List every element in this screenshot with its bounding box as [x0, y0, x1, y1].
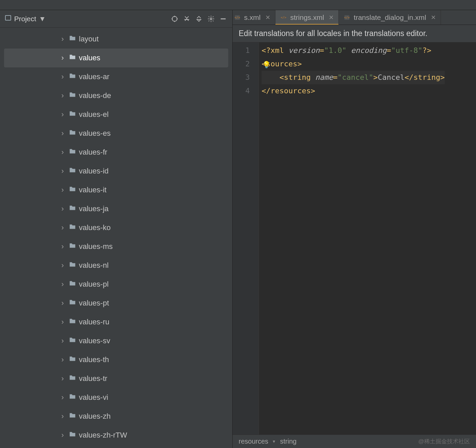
tree-folder-values-fr[interactable]: ›values-fr: [4, 143, 228, 162]
folder-icon: [69, 223, 76, 232]
top-navigation-bar: [0, 0, 476, 10]
string-text: Cancel: [378, 73, 404, 82]
tree-folder-values-de[interactable]: ›values-de: [4, 86, 228, 105]
folder-icon: [69, 34, 76, 44]
chevron-right-icon: ›: [61, 129, 66, 138]
close-tab-icon[interactable]: ✕: [431, 14, 436, 21]
project-scope-dropdown-icon[interactable]: ▼: [39, 15, 46, 23]
tree-folder-values-el[interactable]: ›values-el: [4, 105, 228, 124]
folder-icon: [69, 110, 76, 119]
folder-icon: [69, 185, 76, 195]
banner-text: Edit translations for all locales in the…: [239, 29, 427, 38]
xml-pi-encoding-val: "utf-8": [391, 46, 422, 55]
tree-folder-values-ko[interactable]: ›values-ko: [4, 218, 228, 237]
folder-icon: [69, 412, 76, 421]
folder-icon: [69, 355, 76, 364]
breadcrumb-item[interactable]: resources: [239, 438, 268, 445]
tree-folder-values-pl[interactable]: ›values-pl: [4, 275, 228, 294]
folder-icon: [69, 374, 76, 383]
folder-icon: [69, 91, 76, 100]
folder-icon: [69, 129, 76, 138]
tab-label: strings.xml: [290, 13, 324, 22]
editor-breadcrumb-bar: resources ▸ string @稀土掘金技术社区: [233, 435, 476, 448]
tree-folder-values-es[interactable]: ›values-es: [4, 124, 228, 143]
chevron-right-icon: ›: [61, 35, 66, 43]
line-number: 4: [233, 84, 250, 98]
tree-folder-layout[interactable]: ›layout: [4, 30, 228, 49]
folder-icon: [69, 317, 76, 327]
editor-tab[interactable]: </>translate_dialog_in.xml✕: [339, 10, 441, 25]
tree-folder-values-pt[interactable]: ›values-pt: [4, 294, 228, 313]
chevron-right-icon: ›: [61, 299, 66, 308]
tree-folder-values-ja[interactable]: ›values-ja: [4, 199, 228, 218]
xml-file-icon: </>: [234, 14, 241, 21]
tree-item-label: values-el: [79, 110, 109, 119]
code-editor[interactable]: 1234 💡 <?xml version="1.0" encoding="utf…: [233, 42, 476, 435]
line-number: 3: [233, 71, 250, 84]
folder-icon: [69, 72, 76, 82]
chevron-right-icon: ›: [61, 223, 66, 232]
root-open-tag: sources: [266, 60, 297, 68]
folder-icon: [69, 242, 76, 251]
svg-rect-0: [5, 15, 11, 20]
tree-item-label: values-ja: [79, 204, 109, 213]
tree-folder-values-id[interactable]: ›values-id: [4, 162, 228, 181]
translations-banner[interactable]: Edit translations for all locales in the…: [233, 25, 476, 42]
tree-folder-values-it[interactable]: ›values-it: [4, 181, 228, 199]
expand-all-icon[interactable]: [182, 14, 191, 23]
editor-tab[interactable]: </>strings.xml✕: [275, 10, 339, 25]
xml-pi-target: xml: [271, 46, 284, 55]
close-tab-icon[interactable]: ✕: [265, 14, 270, 21]
tree-folder-values-ms[interactable]: ›values-ms: [4, 237, 228, 256]
tree-item-label: values: [79, 54, 100, 62]
tree-item-label: values-th: [79, 355, 109, 364]
folder-icon: [69, 148, 76, 157]
string-close-tag: string: [413, 73, 440, 82]
project-tree[interactable]: ›layout›values›values-ar›values-de›value…: [0, 28, 232, 448]
chevron-right-icon: ›: [61, 110, 66, 119]
close-tab-icon[interactable]: ✕: [329, 14, 334, 21]
editor-tab[interactable]: </>s.xml✕: [233, 10, 275, 25]
editor-tab-bar: </>s.xml✕</>strings.xml✕</>translate_dia…: [233, 10, 476, 25]
tree-item-label: values-it: [79, 186, 107, 194]
settings-gear-icon[interactable]: [207, 14, 215, 23]
code-area[interactable]: 💡 <?xml version="1.0" encoding="utf-8"?>…: [259, 42, 445, 435]
xml-pi-version-val: "1.0": [324, 46, 346, 55]
xml-pi-version-attr: version: [289, 46, 320, 55]
tab-label: translate_dialog_in.xml: [354, 13, 426, 22]
svg-point-1: [172, 16, 177, 21]
editor-gutter: 1234: [233, 42, 259, 435]
hide-panel-icon[interactable]: [219, 14, 228, 23]
tree-item-label: values-ar: [79, 72, 109, 81]
svg-text:</>: </>: [281, 15, 287, 19]
tree-item-label: values-tr: [79, 374, 107, 383]
tree-folder-values-ru[interactable]: ›values-ru: [4, 313, 228, 331]
locate-file-icon[interactable]: [170, 14, 179, 23]
chevron-right-icon: ›: [61, 91, 66, 100]
tree-folder-values-ar[interactable]: ›values-ar: [4, 67, 228, 86]
tree-folder-values-vi[interactable]: ›values-vi: [4, 388, 228, 407]
collapse-all-icon[interactable]: [195, 14, 203, 23]
tree-item-label: values-id: [79, 167, 109, 175]
folder-icon: [69, 204, 76, 214]
chevron-right-icon: ›: [61, 412, 66, 421]
tree-folder-values-nl[interactable]: ›values-nl: [4, 256, 228, 275]
project-title[interactable]: Project: [14, 15, 36, 23]
tree-folder-values[interactable]: ›values: [4, 49, 228, 67]
tree-folder-values-th[interactable]: ›values-th: [4, 350, 228, 369]
chevron-right-icon: ›: [61, 186, 66, 194]
project-tool-window: Project ▼ ›layout›values›values-ar›value…: [0, 10, 233, 448]
tree-folder-values-zh-rTW[interactable]: ›values-zh-rTW: [4, 426, 228, 445]
tree-folder-values-zh[interactable]: ›values-zh: [4, 407, 228, 426]
breadcrumb-item[interactable]: string: [280, 438, 297, 445]
tree-folder-values-sv[interactable]: ›values-sv: [4, 331, 228, 350]
intention-bulb-icon[interactable]: 💡: [262, 58, 271, 71]
chevron-right-icon: ›: [61, 242, 66, 251]
string-name-val: "cancel": [337, 73, 373, 82]
tree-item-label: values-pt: [79, 299, 109, 308]
project-header: Project ▼: [0, 10, 232, 28]
tree-item-label: values-de: [79, 91, 111, 100]
tree-folder-values-tr[interactable]: ›values-tr: [4, 369, 228, 388]
chevron-right-icon: ›: [61, 148, 66, 157]
svg-point-8: [210, 18, 212, 20]
